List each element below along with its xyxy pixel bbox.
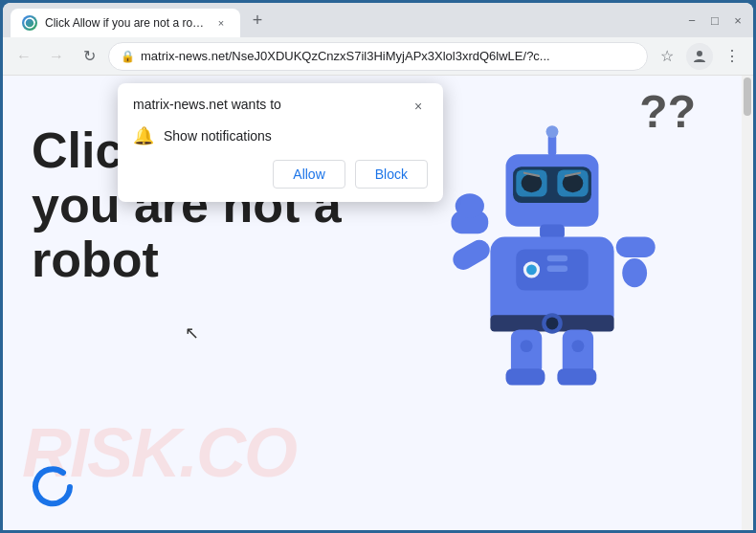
popup-close-button[interactable]: × [409, 97, 428, 116]
c-logo [32, 463, 79, 511]
svg-rect-29 [506, 368, 545, 385]
lock-icon: 🔒 [121, 50, 135, 63]
svg-point-24 [456, 193, 484, 218]
svg-rect-12 [540, 225, 565, 239]
minimize-button[interactable]: − [684, 12, 700, 28]
mouse-cursor: ↖ [185, 322, 199, 344]
notification-popup: matrix-news.net wants to × 🔔 Show notifi… [118, 83, 443, 202]
window-controls: − □ × [684, 12, 745, 28]
svg-rect-22 [449, 236, 493, 274]
svg-rect-20 [547, 255, 568, 261]
robot-illustration [447, 85, 715, 411]
tab-title: Click Allow if you are not a robot [45, 16, 206, 30]
scrollbar-thumb[interactable] [744, 78, 751, 116]
bookmark-button[interactable]: ☆ [654, 43, 680, 70]
url-text: matrix-news.net/NseJ0XDUKQzCnzxS7il3HiMy… [141, 49, 635, 63]
title-bar: Click Allow if you are not a robot × + −… [3, 3, 753, 37]
page-background: RISK.CO Click Allow if you are not a rob… [3, 76, 753, 530]
svg-point-17 [546, 317, 559, 329]
svg-rect-21 [547, 266, 568, 272]
popup-buttons: Allow Block [133, 160, 428, 189]
svg-point-19 [526, 265, 537, 276]
popup-notification-row: 🔔 Show notifications [133, 125, 428, 146]
tab-area: Click Allow if you are not a robot × + [11, 3, 680, 37]
svg-point-11 [546, 125, 559, 138]
browser-window: Click Allow if you are not a robot × + −… [3, 3, 753, 530]
scrollbar[interactable] [742, 76, 753, 530]
tab-close-button[interactable]: × [213, 15, 229, 31]
svg-point-26 [622, 258, 647, 287]
popup-notification-label: Show notifications [164, 128, 272, 144]
forward-button[interactable]: → [43, 43, 70, 70]
tab-favicon [22, 15, 37, 31]
close-button[interactable]: × [730, 12, 745, 28]
svg-rect-30 [557, 368, 596, 385]
back-button[interactable]: ← [11, 43, 37, 70]
block-button[interactable]: Block [355, 160, 428, 189]
svg-point-31 [521, 340, 533, 352]
allow-button[interactable]: Allow [273, 160, 345, 189]
active-tab[interactable]: Click Allow if you are not a robot × [11, 9, 240, 37]
svg-point-32 [571, 340, 584, 352]
menu-button[interactable]: ⋮ [719, 43, 745, 70]
address-bar: ← → ↻ 🔒 matrix-news.net/NseJ0XDUKQzCnzxS… [3, 37, 753, 76]
profile-button[interactable] [686, 43, 713, 70]
new-tab-button[interactable]: + [244, 7, 271, 33]
maximize-button[interactable]: □ [707, 12, 723, 28]
popup-title: matrix-news.net wants to [133, 97, 281, 112]
popup-header: matrix-news.net wants to × [133, 97, 428, 116]
reload-button[interactable]: ↻ [76, 43, 102, 70]
bell-icon: 🔔 [133, 125, 154, 146]
content-area: RISK.CO Click Allow if you are not a rob… [3, 76, 753, 530]
url-bar[interactable]: 🔒 matrix-news.net/NseJ0XDUKQzCnzxS7il3Hi… [108, 42, 648, 71]
svg-point-1 [697, 51, 702, 56]
svg-rect-25 [616, 236, 656, 257]
